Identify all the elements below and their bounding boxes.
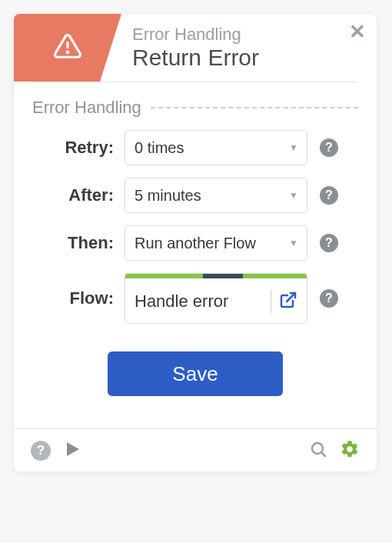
settings-button[interactable]: [340, 439, 360, 462]
save-row: Save: [32, 351, 358, 396]
question-icon: ?: [325, 291, 333, 305]
svg-marker-3: [67, 442, 79, 456]
alert-triangle-icon: [53, 32, 82, 64]
flow-label: Flow:: [32, 288, 125, 308]
dashed-divider: [151, 107, 358, 108]
close-button[interactable]: ✕: [349, 22, 366, 42]
header-divider: [32, 82, 358, 82]
after-help-button[interactable]: ?: [320, 186, 338, 205]
svg-point-1: [67, 52, 68, 53]
question-icon: ?: [37, 443, 45, 458]
after-value: 5 minutes: [125, 178, 307, 213]
then-help-button[interactable]: ?: [320, 234, 338, 252]
retry-select[interactable]: 0 times ▼: [125, 130, 307, 165]
card-footer: ?: [14, 428, 377, 471]
flow-selector[interactable]: Handle error: [125, 273, 307, 324]
svg-line-2: [287, 293, 295, 301]
run-button[interactable]: [63, 440, 81, 461]
header-subtitle: Error Handling: [132, 25, 369, 45]
header-titles: Error Handling Return Error: [121, 14, 377, 82]
flow-progress-bar: [125, 274, 307, 278]
search-icon: [309, 448, 327, 461]
play-icon: [63, 448, 81, 461]
open-flow-button[interactable]: [279, 291, 297, 312]
card-content: Error Handling Retry: 0 times ▼ ? After:…: [14, 88, 377, 428]
flow-content: Handle error: [125, 278, 307, 324]
flow-row: Flow: Handle error: [32, 273, 358, 324]
then-value: Run another Flow: [125, 225, 307, 261]
footer-help-button[interactable]: ?: [31, 441, 51, 461]
search-button[interactable]: [309, 440, 327, 461]
footer-right: [309, 439, 360, 462]
card-header: Error Handling Return Error ✕: [14, 14, 377, 82]
flow-name: Handle error: [135, 291, 263, 311]
then-select[interactable]: Run another Flow ▼: [125, 225, 307, 261]
retry-help-button[interactable]: ?: [320, 138, 338, 157]
question-icon: ?: [325, 188, 333, 202]
header-title: Return Error: [132, 45, 369, 71]
chevron-down-icon: ▼: [289, 142, 298, 153]
retry-label: Retry:: [32, 138, 125, 158]
external-link-icon: [279, 298, 297, 311]
header-icon-slab: [14, 14, 121, 82]
section-label: Error Handling: [32, 98, 141, 118]
chevron-down-icon: ▼: [289, 238, 298, 248]
retry-row: Retry: 0 times ▼ ?: [32, 130, 358, 165]
question-icon: ?: [325, 236, 333, 250]
error-handling-card: Error Handling Return Error ✕ Error Hand…: [14, 14, 377, 471]
retry-value: 0 times: [125, 130, 307, 165]
close-icon: ✕: [349, 20, 366, 43]
footer-left: ?: [31, 440, 309, 461]
after-label: After:: [32, 185, 125, 205]
flow-help-button[interactable]: ?: [320, 289, 338, 308]
save-button[interactable]: Save: [108, 351, 283, 396]
then-row: Then: Run another Flow ▼ ?: [32, 225, 358, 261]
flow-separator: [271, 290, 271, 313]
then-label: Then:: [32, 233, 125, 253]
section-label-row: Error Handling: [32, 98, 358, 118]
after-select[interactable]: 5 minutes ▼: [125, 178, 307, 213]
after-row: After: 5 minutes ▼ ?: [32, 178, 358, 213]
gear-icon: [340, 448, 360, 461]
chevron-down-icon: ▼: [289, 190, 298, 201]
svg-line-5: [322, 452, 326, 456]
question-icon: ?: [325, 141, 333, 155]
